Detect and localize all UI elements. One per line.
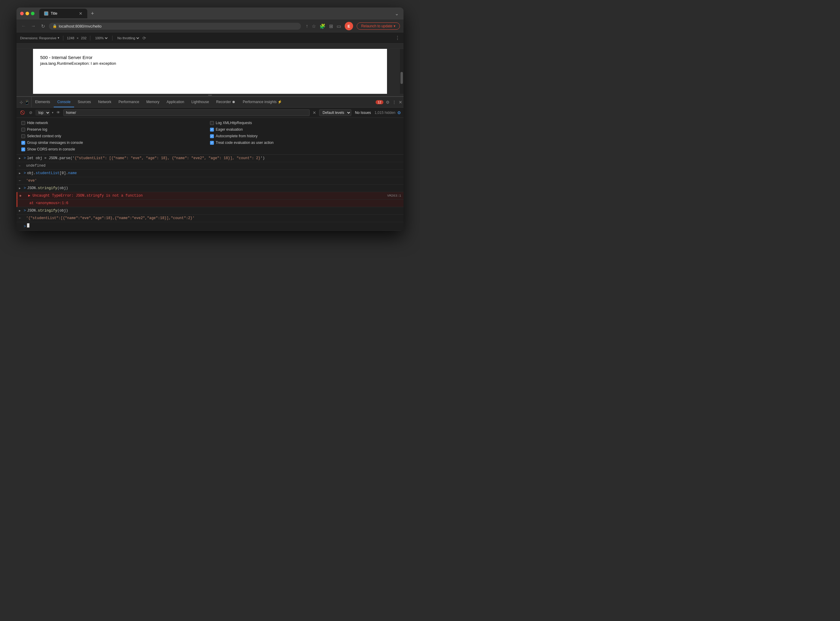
console-line-8: ← '{"studentList":[{"name":"eve","age":1…: [17, 215, 404, 222]
label-eager-eval: Eager evaluation: [216, 127, 243, 132]
label-hide-network: Hide network: [27, 121, 48, 125]
devtools-settings-icon[interactable]: ⚙: [386, 100, 390, 105]
console-line-error-sub: at <anonymous>:1:6: [17, 200, 404, 207]
tab-memory[interactable]: Memory: [143, 97, 163, 107]
setting-preserve-log[interactable]: Preserve log: [21, 127, 210, 132]
maximize-button[interactable]: [31, 12, 35, 15]
tab-performance[interactable]: Performance: [115, 97, 143, 107]
tab-elements-label: Elements: [35, 100, 50, 104]
bookmark-icon[interactable]: ☆: [312, 23, 316, 29]
setting-autocomplete[interactable]: Autocomplete from history: [210, 134, 399, 138]
console-filter-input[interactable]: [63, 109, 310, 116]
checkbox-autocomplete[interactable]: [210, 134, 214, 138]
dimensions-dropdown-icon[interactable]: ▾: [58, 36, 59, 40]
checkbox-group-similar[interactable]: [21, 141, 25, 145]
checkbox-log-xhr[interactable]: [210, 121, 214, 125]
no-issues-label: No Issues: [353, 111, 372, 115]
separator-1: [63, 36, 63, 41]
tab-lighthouse[interactable]: Lighthouse: [188, 97, 213, 107]
emulation-toolbar: Dimensions: Responsive ▾ 1248 × 232 100%…: [17, 33, 404, 44]
cast-icon[interactable]: ⊞: [329, 23, 333, 29]
expand-arrow-7[interactable]: ▶: [19, 209, 21, 213]
active-tab[interactable]: 🌐 Title ✕: [39, 9, 87, 18]
console-filter-button[interactable]: ⊘: [28, 110, 33, 115]
zoom-select[interactable]: 100%: [94, 36, 109, 40]
setting-selected-context[interactable]: Selected context only: [21, 134, 210, 138]
setting-show-cors[interactable]: Show CORS errors in console: [21, 147, 210, 151]
clear-filter-button[interactable]: ✕: [311, 110, 317, 115]
more-options-icon[interactable]: ⋮: [395, 35, 400, 41]
levels-select[interactable]: Default levels: [319, 109, 351, 116]
address-input-wrap: 🔒: [49, 23, 301, 30]
eye-button[interactable]: 👁: [55, 110, 61, 115]
devtools-tabs: ⊹ 📱 Elements Console Sources Network Per…: [17, 97, 404, 108]
console-cursor-line[interactable]: >: [17, 222, 404, 231]
setting-eager-eval[interactable]: Eager evaluation: [210, 127, 399, 132]
checkbox-treat-code[interactable]: [210, 141, 214, 145]
tab-recorder[interactable]: Recorder ⏺: [213, 97, 239, 107]
devtools-cursor-icon[interactable]: ⊹: [20, 100, 23, 105]
tab-close-button[interactable]: ✕: [79, 11, 82, 16]
console-text-7: JSON.stringify(obj): [27, 208, 68, 214]
window-menu-icon[interactable]: ⌄: [393, 10, 400, 18]
new-tab-button[interactable]: +: [88, 9, 97, 18]
tab-network-label: Network: [98, 100, 111, 104]
console-line-7: ▶ > JSON.stringify(obj): [17, 207, 404, 215]
address-input[interactable]: [59, 24, 297, 29]
extensions-icon[interactable]: 🧩: [319, 23, 325, 29]
error-title: 500 - Internal Server Error: [40, 55, 380, 60]
dimensions-label: Dimensions: Responsive ▾: [20, 36, 59, 40]
label-show-cors: Show CORS errors in console: [27, 147, 75, 151]
relaunch-button[interactable]: Relaunch to update ▾: [357, 23, 400, 30]
rotate-icon[interactable]: ⟳: [143, 36, 146, 41]
setting-group-similar[interactable]: Group similar messages in console: [21, 141, 210, 145]
clear-console-button[interactable]: 🚫: [19, 110, 26, 115]
expand-arrow-1[interactable]: ▶: [19, 156, 21, 161]
window-split-icon[interactable]: ▭: [337, 23, 341, 29]
setting-hide-network[interactable]: Hide network: [21, 121, 210, 125]
page-scrollbar[interactable]: [400, 49, 404, 94]
tab-console[interactable]: Console: [54, 97, 74, 107]
ruler: [17, 44, 404, 49]
console-text-4: 'eve': [26, 178, 37, 183]
forward-button[interactable]: →: [30, 23, 37, 30]
checkbox-eager-eval[interactable]: [210, 128, 214, 132]
devtools-more-icon[interactable]: ⋮: [392, 100, 396, 105]
setting-treat-code[interactable]: Treat code evaluation as user action: [210, 141, 399, 145]
error-source[interactable]: VM263:1: [387, 193, 401, 198]
expand-arrow-5[interactable]: ▶: [19, 186, 21, 191]
back-button[interactable]: ←: [20, 23, 27, 30]
devtools-panel: ⊹ 📱 Elements Console Sources Network Per…: [17, 96, 404, 231]
throttle-select[interactable]: No throttling: [116, 36, 140, 40]
console-toolbar: 🚫 ⊘ top ▾ 👁 ✕ Default levels No Issues 1…: [17, 108, 404, 118]
traffic-lights: [20, 12, 35, 15]
context-select[interactable]: top: [35, 110, 50, 116]
scrollbar-thumb[interactable]: [401, 72, 403, 84]
tab-network[interactable]: Network: [94, 97, 115, 107]
minimize-button[interactable]: [26, 12, 29, 15]
devtools-drag-handle[interactable]: ━━: [17, 94, 404, 96]
share-icon[interactable]: ↑: [306, 23, 308, 29]
tab-elements[interactable]: Elements: [32, 97, 54, 107]
tab-performance-insights[interactable]: Performance insights ⚡: [239, 97, 286, 107]
devtools-device-icon[interactable]: 📱: [24, 100, 29, 105]
checkbox-hide-network[interactable]: [21, 121, 25, 125]
context-dropdown-icon[interactable]: ▾: [52, 111, 53, 114]
console-line-2: ← undefined: [17, 162, 404, 170]
tab-sources[interactable]: Sources: [74, 97, 94, 107]
profile-button[interactable]: E: [345, 22, 353, 30]
checkbox-show-cors[interactable]: [21, 147, 25, 151]
console-settings-gear[interactable]: ⚙: [397, 110, 401, 115]
expand-arrow-3[interactable]: ▶: [19, 171, 21, 176]
tab-lighthouse-label: Lighthouse: [191, 100, 209, 104]
title-bar: 🌐 Title ✕ + ⌄: [17, 8, 404, 20]
tab-application[interactable]: Application: [163, 97, 188, 107]
console-settings: Hide network Preserve log Selected conte…: [17, 118, 404, 154]
checkbox-preserve-log[interactable]: [21, 128, 25, 132]
settings-col-right: Log XMLHttpRequests Eager evaluation Aut…: [210, 121, 399, 151]
devtools-close-icon[interactable]: ✕: [399, 100, 402, 105]
setting-log-xhr[interactable]: Log XMLHttpRequests: [210, 121, 399, 125]
close-button[interactable]: [20, 12, 24, 15]
checkbox-selected-context[interactable]: [21, 134, 25, 138]
reload-button[interactable]: ↻: [39, 23, 47, 30]
